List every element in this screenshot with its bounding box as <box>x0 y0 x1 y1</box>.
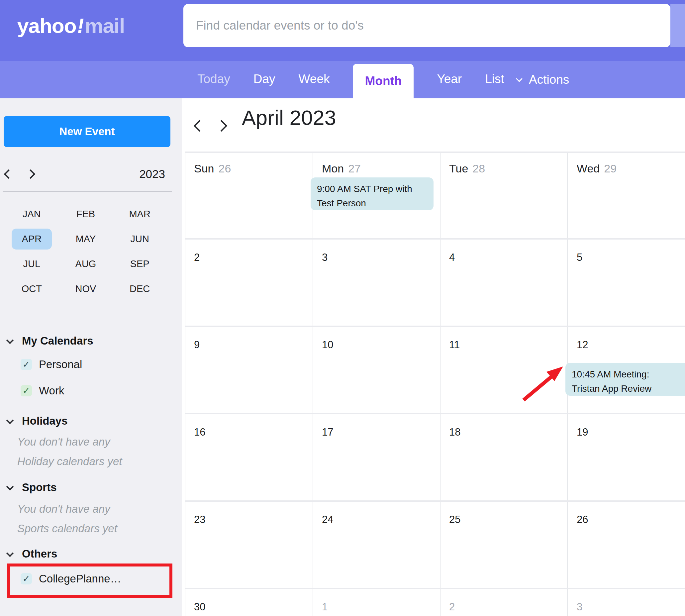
checkbox-checked-icon[interactable]: ✓ <box>21 385 32 396</box>
day-header: Mon27 <box>313 153 440 175</box>
mini-month-apr[interactable]: APR <box>5 226 59 251</box>
date-number: 24 <box>313 502 333 526</box>
prev-month-icon[interactable] <box>194 120 205 132</box>
calendar-cell[interactable]: 10 <box>313 327 440 413</box>
mini-month-nov[interactable]: NOV <box>59 277 113 301</box>
calendar-cell[interactable]: 18 <box>440 414 568 500</box>
calendar-cell[interactable]: 17 <box>313 414 440 500</box>
new-event-button[interactable]: New Event <box>4 116 171 147</box>
yahoo-mail-logo[interactable]: yahoo!mail <box>17 14 125 38</box>
calendar-cell[interactable]: 1 <box>313 589 440 616</box>
calendar-cell[interactable]: 3 <box>313 240 440 326</box>
mini-month-label: OCT <box>20 279 43 299</box>
empty-section-note: You don't have anySports calendars yet <box>17 499 117 538</box>
week-row: 910111210:45 AM Meeting:Tristan App Revi… <box>185 326 685 413</box>
mini-calendar-nav: 2023 <box>5 167 165 181</box>
section-header-my-calendars[interactable]: My Calendars <box>7 335 93 347</box>
chevron-down-icon <box>6 550 14 557</box>
calendar-cell[interactable]: 9 <box>185 327 313 413</box>
mini-calendar-prev-icon[interactable] <box>4 170 13 179</box>
tab-year[interactable]: Year <box>437 72 462 98</box>
tab-month[interactable]: Month <box>353 64 414 98</box>
calendar-cell[interactable]: 4 <box>440 240 568 326</box>
calendar-cell[interactable]: 11 <box>440 327 568 413</box>
date-number: 19 <box>568 414 588 438</box>
mini-month-feb[interactable]: FEB <box>59 202 113 226</box>
empty-section-note-line: Holiday calendars yet <box>17 452 122 471</box>
event-text-line: Tristan App Review <box>572 381 685 396</box>
empty-section-note-line: You don't have any <box>17 432 122 452</box>
mini-month-aug[interactable]: AUG <box>59 251 113 277</box>
mini-month-jan[interactable]: JAN <box>5 202 59 226</box>
date-number: 5 <box>568 240 582 263</box>
calendar-item-personal[interactable]: ✓Personal <box>21 358 82 371</box>
section-title: My Calendars <box>22 335 93 347</box>
mini-month-dec[interactable]: DEC <box>113 277 167 301</box>
calendar-item-work[interactable]: ✓Work <box>21 384 64 397</box>
calendar-cell[interactable]: 5 <box>568 240 685 326</box>
chevron-down-icon <box>6 336 14 344</box>
day-header: Sun26 <box>185 153 313 175</box>
calendar-cell[interactable]: Mon279:00 AM SAT Prep withTest Person <box>313 153 440 238</box>
date-number: 10 <box>313 327 333 351</box>
scrollbar-thumb[interactable] <box>670 4 685 47</box>
tab-today[interactable]: Today <box>197 72 230 98</box>
tab-week[interactable]: Week <box>299 72 330 98</box>
tab-list[interactable]: List <box>485 72 504 98</box>
mini-month-label: JAN <box>21 204 42 225</box>
mini-month-oct[interactable]: OCT <box>5 277 59 301</box>
section-header-holidays[interactable]: Holidays <box>7 415 68 427</box>
section-header-others[interactable]: Others <box>7 548 57 560</box>
mini-month-may[interactable]: MAY <box>59 226 113 251</box>
calendar-cell[interactable]: Sun26 <box>185 153 313 238</box>
chevron-down-icon <box>516 75 523 82</box>
search-input[interactable] <box>183 4 670 47</box>
section-title: Sports <box>22 481 57 494</box>
calendar-header: April 2023 <box>182 98 685 152</box>
calendar-cell[interactable]: 2 <box>185 240 313 326</box>
calendar-cell[interactable]: Tue28 <box>440 153 568 238</box>
calendar-cell[interactable]: 23 <box>185 502 313 588</box>
calendar-cell[interactable]: 2 <box>440 589 568 616</box>
calendar-cell[interactable]: 26 <box>568 502 685 588</box>
checkbox-checked-icon[interactable]: ✓ <box>21 359 32 370</box>
tab-day[interactable]: Day <box>253 72 275 98</box>
calendar-item-label: Personal <box>39 358 82 371</box>
calendar-event[interactable]: 9:00 AM SAT Prep withTest Person <box>311 177 434 210</box>
section-header-sports[interactable]: Sports <box>7 481 57 494</box>
weekday-label: Wed <box>577 162 600 175</box>
calendar-event[interactable]: 10:45 AM Meeting:Tristan App Review <box>566 363 685 396</box>
chevron-down-icon <box>6 483 14 491</box>
mini-calendar-next-icon[interactable] <box>26 170 35 179</box>
date-number: 11 <box>441 327 460 351</box>
calendar-cell[interactable]: 16 <box>185 414 313 500</box>
calendar-cell[interactable]: 3 <box>568 589 685 616</box>
mini-month-mar[interactable]: MAR <box>113 202 167 226</box>
mini-month-jul[interactable]: JUL <box>5 251 59 277</box>
mini-month-label: APR <box>12 228 52 249</box>
calendar-cell[interactable]: 19 <box>568 414 685 500</box>
date-number: 23 <box>185 502 205 526</box>
week-row: 30123 <box>185 588 685 616</box>
calendar-item-label: Work <box>39 384 64 397</box>
logo-text-mail: mail <box>85 14 125 37</box>
app-header: yahoo!mail <box>0 0 685 61</box>
section-title: Holidays <box>22 415 68 427</box>
day-header: Tue28 <box>441 153 568 175</box>
weekday-label: Tue <box>449 162 468 175</box>
week-row: Sun26Mon279:00 AM SAT Prep withTest Pers… <box>185 152 685 238</box>
mini-month-label: FEB <box>75 204 96 225</box>
calendar-cell[interactable]: 24 <box>313 502 440 588</box>
mini-calendar-year: 2023 <box>139 168 165 181</box>
calendar-cell[interactable]: 1210:45 AM Meeting:Tristan App Review <box>568 327 685 413</box>
calendar-cell[interactable]: Wed29 <box>568 153 685 238</box>
actions-menu-button[interactable]: Actions <box>517 61 569 98</box>
week-row: 23242526 <box>185 500 685 588</box>
date-number: 12 <box>568 327 588 351</box>
mini-month-sep[interactable]: SEP <box>113 251 167 277</box>
calendar-cell[interactable]: 25 <box>440 502 568 588</box>
next-month-icon[interactable] <box>216 120 227 132</box>
mini-month-jun[interactable]: JUN <box>113 226 167 251</box>
calendar-cell[interactable]: 30 <box>185 589 313 616</box>
date-number: 4 <box>441 240 455 263</box>
